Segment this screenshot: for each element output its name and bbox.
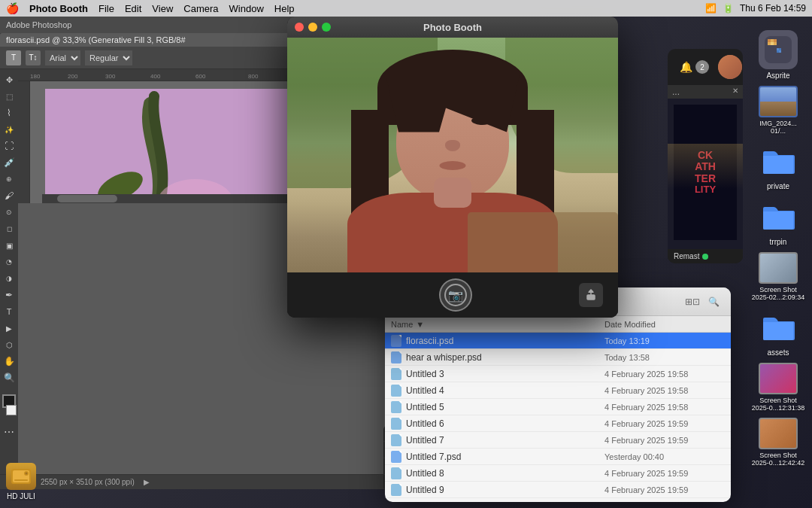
desktop-icon-assets[interactable]: assets	[759, 307, 798, 357]
private-folder-icon	[759, 141, 798, 180]
svg-rect-25	[771, 42, 774, 45]
svg-rect-24	[768, 42, 771, 45]
battery-icon: 🔋	[723, 3, 734, 14]
desktop-icon-screenshot2[interactable]: Screen Shot2025-0...12:31:38	[752, 363, 805, 412]
zoom-tool[interactable]: 🔍	[2, 370, 17, 385]
file-icon-7	[391, 451, 401, 463]
text-tool-icon[interactable]: T	[6, 50, 21, 65]
clone-tool[interactable]: ⊙	[2, 205, 17, 220]
poster-line-2: ATH	[695, 161, 716, 172]
lasso-tool[interactable]: ⌇	[2, 105, 17, 120]
svg-rect-29	[777, 50, 779, 53]
pb-bench	[468, 212, 618, 272]
type-tool[interactable]: T	[2, 304, 17, 319]
svg-rect-30	[779, 50, 781, 53]
pb-controls: 📷	[287, 272, 618, 318]
pen-tool[interactable]: ✒	[2, 287, 17, 303]
pb-title: Photo Booth	[423, 22, 482, 33]
svg-rect-21	[768, 39, 771, 42]
finder-row-7[interactable]: Untitled 7.psd Yesterday 00:40	[385, 449, 731, 465]
pb-share-button[interactable]	[579, 283, 603, 307]
ps-h-scrollbar-thumb[interactable]	[57, 195, 117, 202]
hd-icon	[6, 463, 36, 490]
finder-file-date-3: 4 February 2025 19:58	[604, 386, 725, 395]
pb-minimize-btn[interactable]	[308, 23, 317, 32]
magic-wand-tool[interactable]: ✨	[2, 122, 17, 137]
camera-menu[interactable]: Camera	[183, 3, 218, 14]
finder-row-1[interactable]: hear a whisper.psd Today 13:58	[385, 349, 731, 366]
img2024-icon	[759, 86, 798, 117]
psd-file-icon-1	[391, 351, 401, 364]
trrpin-folder-icon	[759, 196, 798, 236]
view-menu[interactable]: View	[152, 3, 173, 14]
screenshot2-icon	[759, 363, 798, 394]
eyedropper-tool[interactable]: 💉	[2, 155, 17, 170]
desktop-icon-private[interactable]: private	[759, 141, 798, 190]
move-tool[interactable]: ✥	[2, 72, 17, 87]
finder-col-name-header[interactable]: Name ▼	[391, 320, 604, 329]
eraser-tool[interactable]: ◻	[2, 221, 17, 236]
svg-point-35	[26, 473, 28, 475]
finder-row-9[interactable]: Untitled 9 4 February 2025 19:59	[385, 482, 731, 498]
desktop-icon-img2024[interactable]: IMG_2024...01/...	[759, 86, 798, 135]
finder-file-name-5: Untitled 6	[391, 418, 604, 430]
file-menu[interactable]: File	[98, 3, 114, 14]
camera-icon: 📷	[444, 284, 467, 306]
finder-row-8[interactable]: Untitled 8 4 February 2025 19:59	[385, 465, 731, 482]
apple-menu[interactable]: 🍎	[6, 2, 19, 14]
hd-juli-icon[interactable]: HD JULI	[6, 463, 36, 500]
pb-maximize-btn[interactable]	[322, 23, 331, 32]
msg-close-btn[interactable]: ✕	[732, 87, 738, 97]
msg-icons	[718, 55, 742, 79]
finder-row-0[interactable]: florascii.psd Today 13:19	[385, 333, 731, 349]
canvas-dimensions: 2550 px × 3510 px (300 ppi)	[41, 478, 135, 486]
img2024-label: IMG_2024...01/...	[759, 120, 797, 135]
finder-row-6[interactable]: Untitled 7 4 February 2025 19:59	[385, 432, 731, 449]
finder-file-name-2: Untitled 3	[391, 368, 604, 380]
pb-nose	[445, 140, 460, 151]
poster-line-3: TER	[695, 173, 716, 184]
finder-col-date-header[interactable]: Date Modified	[604, 320, 725, 329]
screenshot1-label: Screen Shot2025-02...2:09:34	[752, 286, 805, 301]
blur-tool[interactable]: ◔	[2, 254, 17, 269]
window-menu[interactable]: Window	[229, 3, 264, 14]
crop-tool[interactable]: ⛶	[2, 138, 17, 154]
msg-controls: ... ✕	[668, 85, 743, 99]
app-name-menu[interactable]: Photo Booth	[29, 3, 88, 14]
zoom-arrow: ▶	[144, 478, 150, 486]
finder-row-3[interactable]: Untitled 4 4 February 2025 19:58	[385, 382, 731, 399]
finder-search-btn[interactable]: 🔍	[705, 294, 722, 310]
help-menu[interactable]: Help	[274, 3, 295, 14]
heal-tool[interactable]: ⊕	[2, 172, 17, 187]
desktop-icon-screenshot1[interactable]: Screen Shot2025-02...2:09:34	[752, 252, 805, 301]
more-tools[interactable]: ⋯	[2, 424, 17, 440]
msg-dots-menu[interactable]: ...	[672, 87, 680, 97]
finder-row-5[interactable]: Untitled 6 4 February 2025 19:59	[385, 415, 731, 432]
dodge-tool[interactable]: ◑	[2, 271, 17, 286]
font-style-select[interactable]: Regular	[85, 50, 132, 65]
finder-row-2[interactable]: Untitled 3 4 February 2025 19:58	[385, 366, 731, 382]
file-icon-6	[391, 434, 401, 446]
hand-tool[interactable]: ✋	[2, 354, 17, 369]
finder-row-4[interactable]: Untitled 5 4 February 2025 19:58	[385, 399, 731, 415]
finder-file-date-8: 4 February 2025 19:59	[604, 469, 725, 478]
gradient-tool[interactable]: ▣	[2, 238, 17, 253]
finder-view-toggle[interactable]: ⊞⊡	[684, 294, 701, 310]
background-color[interactable]	[6, 405, 17, 415]
shape-tool[interactable]: ⬡	[2, 337, 17, 352]
type-orient-icon[interactable]: T↕	[26, 50, 41, 65]
svg-rect-22	[771, 39, 774, 42]
file-icon-3	[391, 385, 401, 397]
messages-panel: 🔔 2 ... ✕ CK ATH TER LITY	[668, 49, 743, 263]
marquee-tool[interactable]: ⬚	[2, 89, 17, 104]
desktop-icon-asprite[interactable]: Asprite	[759, 30, 798, 80]
desktop-icon-screenshot3[interactable]: Screen Shot2025-0...12:42:42	[752, 418, 805, 467]
edit-menu[interactable]: Edit	[125, 3, 141, 14]
pb-capture-button[interactable]: 📷	[439, 278, 472, 312]
pb-close-btn[interactable]	[295, 23, 304, 32]
finder-file-name-6: Untitled 7	[391, 434, 604, 446]
brush-tool[interactable]: 🖌	[2, 188, 17, 203]
font-family-select[interactable]: Arial	[45, 50, 80, 65]
path-select-tool[interactable]: ▶	[2, 321, 17, 336]
desktop-icon-trrpin[interactable]: trrpin	[759, 196, 798, 246]
